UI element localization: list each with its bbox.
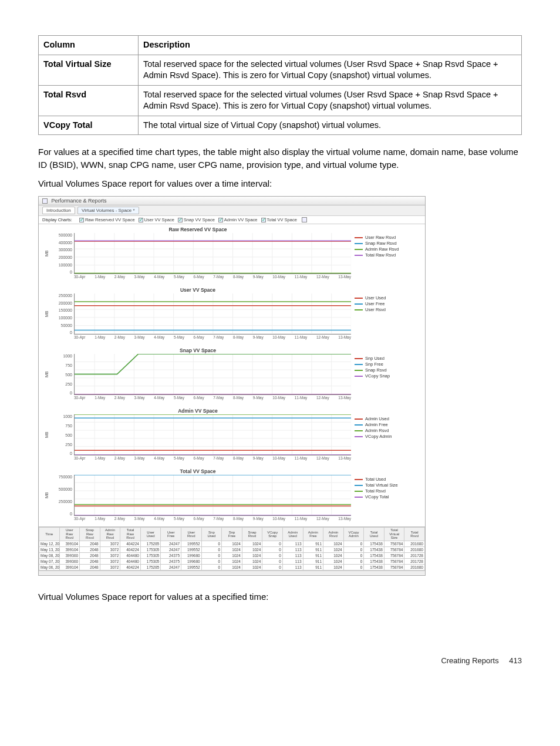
table-row[interactable]: May 07, 2013...3993602048307240448017530… bbox=[39, 559, 425, 565]
data-th[interactable]: TotalUsed bbox=[364, 528, 384, 541]
data-th[interactable]: SnapRsvd bbox=[242, 528, 262, 541]
legend-swatch bbox=[355, 479, 363, 480]
x-axis-ticks: 30-Apr1-May2-May3-May4-May5-May6-May7-Ma… bbox=[74, 395, 351, 401]
table-row[interactable]: May 06, 2013...3991042048307240422417528… bbox=[39, 565, 425, 571]
data-cell: 404224 bbox=[120, 541, 141, 547]
plot-area bbox=[74, 293, 351, 335]
legend-swatch bbox=[355, 491, 363, 492]
data-cell: 175438 bbox=[364, 559, 384, 565]
horizontal-scrollbar[interactable] bbox=[39, 571, 425, 575]
data-cell: 2048 bbox=[80, 565, 100, 571]
data-cell: 201728 bbox=[404, 559, 425, 565]
legend: Total UsedTotal Virtual SizeTotal RsvdVC… bbox=[355, 468, 419, 524]
data-cell: 404224 bbox=[120, 547, 141, 553]
legend-label: Total Virtual Size bbox=[365, 482, 398, 488]
legend: User Raw RsvdSnap Raw RsvdAdmin Raw Rsvd… bbox=[355, 227, 419, 282]
data-cell: 911 bbox=[303, 559, 323, 565]
data-th[interactable]: UserRsvd bbox=[181, 528, 202, 541]
data-th[interactable]: AdminUsed bbox=[282, 528, 303, 541]
chart-title: Raw Reserved VV Space bbox=[45, 227, 351, 232]
data-cell: 399104 bbox=[59, 547, 80, 553]
window-titlebar: Performance & Reports bbox=[39, 197, 425, 205]
data-th[interactable]: VCopyAdmin bbox=[343, 528, 364, 541]
legend-label: Total Raw Rsvd bbox=[365, 252, 396, 258]
data-th[interactable]: SnpFree bbox=[222, 528, 242, 541]
data-th[interactable]: UserUsed bbox=[140, 528, 161, 541]
column-name-cell: Total Rsvd bbox=[39, 85, 139, 116]
table-row[interactable]: May 08, 2013...3993602048307240448017530… bbox=[39, 553, 425, 559]
x-axis-ticks: 30-Apr1-May2-May3-May4-May5-May6-May7-Ma… bbox=[74, 274, 351, 280]
chart-total-vv-space: Total VV SpaceMB750000500000250000030-Ap… bbox=[39, 466, 425, 526]
chart-title: Total VV Space bbox=[45, 468, 351, 474]
chart-user-vv-space: User VV SpaceMB2500002000001500001000005… bbox=[39, 285, 425, 345]
th-description: Description bbox=[139, 36, 522, 55]
tab-virtual-volumes-space[interactable]: Virtual Volumes - Space * bbox=[77, 207, 139, 214]
legend-label: User Rsvd bbox=[365, 307, 386, 312]
checkbox-total-vv-space[interactable] bbox=[261, 218, 266, 222]
data-cell: 399104 bbox=[59, 541, 80, 547]
checkbox-raw-reserved-vv-space[interactable] bbox=[79, 218, 84, 222]
data-th[interactable]: TotalVirtualSize bbox=[384, 528, 404, 541]
legend-swatch bbox=[355, 237, 363, 238]
legend-label: VCopy Admin bbox=[365, 434, 392, 439]
checkbox-label: Total VV Space bbox=[267, 217, 297, 222]
data-cell: 0 bbox=[201, 547, 222, 553]
column-desc-cell: The total virtual size of Virtual Copy (… bbox=[139, 116, 522, 135]
table-row[interactable]: May 13, 2013...3991042048307240422417530… bbox=[39, 547, 425, 553]
data-th[interactable]: UserFree bbox=[161, 528, 181, 541]
data-cell: May 06, 2013... bbox=[39, 565, 60, 571]
legend-swatch bbox=[355, 249, 363, 250]
checkbox-admin-vv-space[interactable] bbox=[218, 218, 223, 222]
window-icon bbox=[42, 198, 48, 204]
data-cell: 0 bbox=[201, 565, 222, 571]
data-cell: 175285 bbox=[140, 565, 161, 571]
data-cell: 0 bbox=[262, 565, 283, 571]
data-cell: 399104 bbox=[59, 565, 80, 571]
data-cell: 1024 bbox=[222, 559, 242, 565]
data-cell: 113 bbox=[282, 553, 303, 559]
chart-settings-icon[interactable] bbox=[302, 217, 307, 222]
data-th[interactable]: VCopySnap bbox=[262, 528, 283, 541]
legend-label: Snap Raw Rsvd bbox=[365, 241, 397, 246]
data-th[interactable]: AdminRawRsvd bbox=[100, 528, 120, 541]
data-cell: 175305 bbox=[140, 553, 161, 559]
y-axis-label: MB bbox=[45, 293, 50, 335]
data-th[interactable]: TotalRsvd bbox=[404, 528, 425, 541]
data-cell: 911 bbox=[303, 565, 323, 571]
data-cell: 175438 bbox=[364, 565, 384, 571]
legend-swatch bbox=[355, 364, 363, 365]
data-cell: 3072 bbox=[100, 547, 120, 553]
data-cell: 911 bbox=[303, 541, 323, 547]
data-cell: 113 bbox=[282, 559, 303, 565]
data-cell: 911 bbox=[303, 547, 323, 553]
data-cell: May 08, 2013... bbox=[39, 553, 60, 559]
plot-area bbox=[74, 475, 351, 516]
data-th[interactable]: SnapRawRsvd bbox=[80, 528, 100, 541]
chart-title: Admin VV Space bbox=[45, 408, 351, 414]
data-th[interactable]: TotalRawRsvd bbox=[120, 528, 141, 541]
data-th[interactable]: UserRawRsvd bbox=[59, 528, 80, 541]
chart-raw-reserved-vv-space: Raw Reserved VV SpaceMB50000040000030000… bbox=[39, 224, 425, 285]
data-th[interactable]: AdminRsvd bbox=[323, 528, 344, 541]
chart-admin-vv-space: Admin VV SpaceMB1000750500250030-Apr1-Ma… bbox=[39, 406, 425, 466]
data-th[interactable]: Time bbox=[39, 528, 60, 541]
tab-introduction[interactable]: Introduction bbox=[42, 207, 75, 214]
legend-label: VCopy Snap bbox=[365, 373, 390, 379]
checkbox-user-vv-space[interactable] bbox=[139, 218, 143, 222]
y-axis-ticks: 7500005000002500000 bbox=[50, 475, 74, 516]
data-cell: May 07, 2013... bbox=[39, 559, 60, 565]
legend-swatch bbox=[355, 436, 363, 437]
footer-page-number: 413 bbox=[509, 656, 522, 665]
y-axis-label: MB bbox=[45, 475, 50, 516]
table-row[interactable]: May 12, 2013...3991042048307240422417528… bbox=[39, 541, 425, 547]
data-cell: 24375 bbox=[161, 559, 181, 565]
chart-title: Snap VV Space bbox=[45, 347, 351, 353]
data-cell: 1024 bbox=[242, 559, 262, 565]
legend-label: Snap Rsvd bbox=[365, 367, 387, 373]
data-th[interactable]: SnpUsed bbox=[201, 528, 222, 541]
checkbox-snap-vv-space[interactable] bbox=[178, 218, 183, 222]
data-cell: 399360 bbox=[59, 559, 80, 565]
data-th[interactable]: AdminFree bbox=[303, 528, 323, 541]
legend-swatch bbox=[355, 358, 363, 359]
data-cell: 1024 bbox=[242, 565, 262, 571]
